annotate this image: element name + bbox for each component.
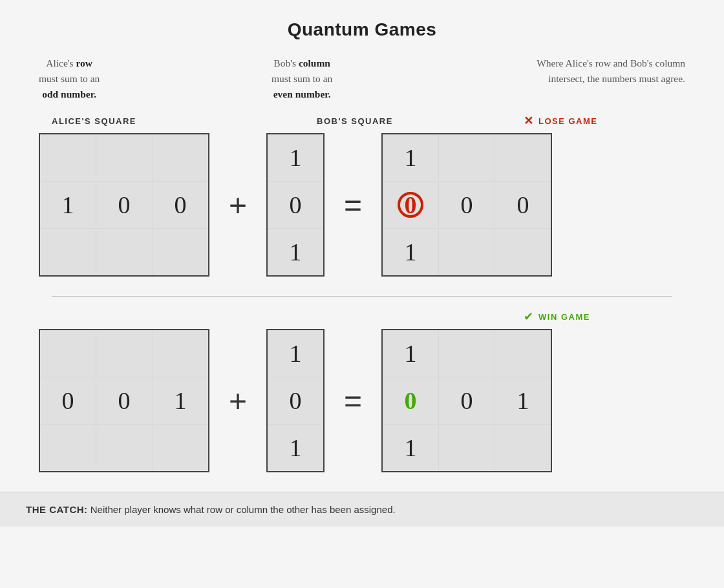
catch-text: Neither player knows what row or column …	[90, 504, 396, 515]
example1-row: 1 0 0 + 1 0 1 = 1	[39, 133, 685, 277]
equals-operator-1: =	[325, 187, 381, 223]
cell	[96, 134, 152, 181]
result-label-1: ✕ LOSE GAME	[524, 114, 598, 128]
result-label-2: ✔ WIN GAME	[524, 310, 590, 324]
bob-rule: Bob's column must sum to an even number.	[272, 56, 332, 102]
win-label: WIN GAME	[538, 312, 590, 322]
alice-grid-2: 0 0 1	[39, 329, 209, 472]
cell	[153, 330, 208, 377]
cell: 1	[40, 182, 96, 228]
section-labels-1: ALICE'S SQUARE BOB'S SQUARE ✕ LOSE GAME	[39, 114, 685, 128]
cell: 1	[495, 377, 551, 424]
win-icon: ✔	[524, 310, 533, 324]
cell	[439, 134, 495, 181]
alice-square-label: ALICE'S SQUARE	[52, 116, 239, 126]
cell	[40, 330, 96, 377]
cell: 1	[383, 425, 438, 471]
cell-highlight-red: 0	[383, 182, 438, 228]
cell	[439, 229, 495, 275]
alice-rule-strong: odd number.	[42, 89, 96, 100]
cell: 0	[439, 182, 495, 228]
rules-row: Alice's row must sum to an odd number. B…	[26, 56, 698, 102]
cell-highlight-green: 0	[383, 377, 438, 424]
cell: 1	[268, 330, 323, 377]
cell	[96, 425, 152, 471]
result-grid-2: 1 0 0 1 1	[381, 329, 552, 472]
cell: 1	[383, 134, 438, 181]
lose-label: LOSE GAME	[538, 116, 598, 126]
divider	[52, 296, 672, 297]
cell: 0	[153, 182, 208, 228]
cell	[153, 229, 208, 275]
section-labels-2: ✔ WIN GAME	[39, 310, 685, 324]
bob-grid-2: 1 0 1	[266, 329, 325, 472]
alice-keyword: row	[76, 58, 93, 68]
cell	[40, 134, 96, 181]
cell	[495, 134, 551, 181]
cell	[153, 425, 208, 471]
intersection-rule: Where Alice's row and Bob's column inter…	[504, 56, 685, 87]
cell	[495, 229, 551, 275]
cell: 0	[96, 377, 152, 424]
bob-square-label: BOB'S SQUARE	[317, 116, 459, 126]
cell	[96, 229, 152, 275]
cell: 1	[268, 229, 323, 275]
alice-rule: Alice's row must sum to an odd number.	[39, 56, 100, 102]
cell: 0	[495, 182, 551, 228]
cell: 1	[383, 229, 438, 275]
cell: 0	[96, 182, 152, 228]
cell	[439, 425, 495, 471]
catch-prefix: THE CATCH:	[26, 504, 88, 515]
alice-grid-1: 1 0 0	[39, 133, 209, 277]
page-title: Quantum Games	[26, 19, 698, 40]
bob-keyword: column	[299, 58, 330, 68]
cell: 1	[383, 330, 438, 377]
cell	[153, 134, 208, 181]
game-section: ALICE'S SQUARE BOB'S SQUARE ✕ LOSE GAME …	[26, 114, 698, 472]
cell: 0	[439, 377, 495, 424]
plus-operator-2: +	[209, 383, 266, 419]
cell	[96, 330, 152, 377]
plus-operator-1: +	[209, 187, 266, 223]
cell	[40, 229, 96, 275]
crossed-zero-icon: 0	[405, 191, 417, 219]
cell: 0	[268, 377, 323, 424]
example2-row: 0 0 1 + 1 0 1 = 1	[39, 329, 685, 472]
cell: 1	[268, 134, 323, 181]
equals-operator-2: =	[325, 383, 381, 419]
catch-bar: THE CATCH: Neither player knows what row…	[0, 492, 724, 527]
lose-icon: ✕	[524, 114, 533, 128]
cell	[439, 330, 495, 377]
bob-rule-strong: even number.	[273, 89, 331, 100]
result-grid-1: 1 0 0 0 1	[381, 133, 552, 277]
cell	[495, 425, 551, 471]
cell: 0	[40, 377, 96, 424]
cell	[40, 425, 96, 471]
cell	[495, 330, 551, 377]
bob-grid-1: 1 0 1	[266, 133, 325, 277]
cell: 0	[268, 182, 323, 228]
cell: 1	[153, 377, 208, 424]
cell: 1	[268, 425, 323, 471]
